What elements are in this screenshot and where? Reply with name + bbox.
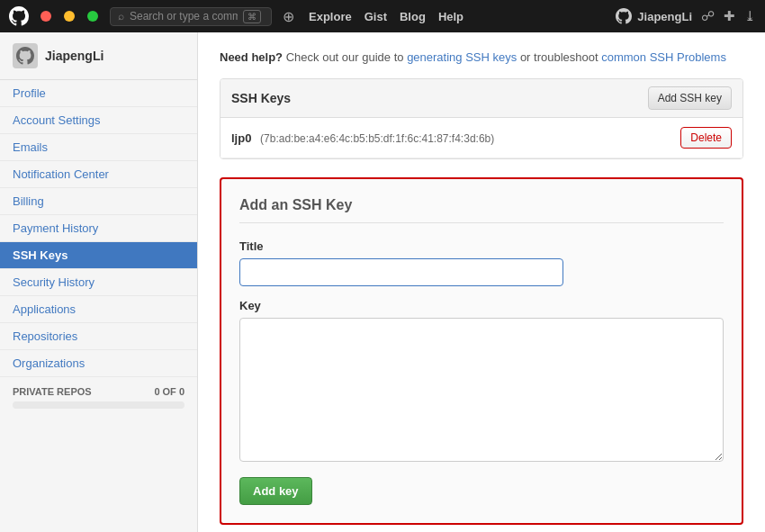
sidebar-username: JiapengLi (45, 49, 104, 63)
nav-user: JiapengLi (616, 8, 692, 24)
nav-right: JiapengLi ☍ ✚ ⤓ (616, 8, 756, 24)
title-label: Title (239, 239, 724, 253)
ssh-key-row: ljp0 (7b:ad:be:a4:e6:4c:b5:b5:df:1f:6c:4… (220, 118, 742, 158)
private-repos-section: PRIVATE REPOS 0 OF 0 (0, 377, 197, 418)
search-input[interactable] (130, 10, 238, 23)
window-maximize-btn[interactable] (87, 11, 98, 22)
sidebar-item-organizations[interactable]: Organizations (0, 350, 197, 377)
key-form-group: Key (239, 299, 724, 464)
sidebar: JiapengLi ProfileAccount SettingsEmailsN… (0, 32, 198, 532)
key-textarea[interactable] (239, 318, 724, 462)
sidebar-item-ssh-keys[interactable]: SSH Keys (0, 242, 197, 269)
common-ssh-problems-link[interactable]: common SSH Problems (601, 50, 726, 64)
private-repos-progress-bar (13, 401, 184, 409)
sidebar-item-repositories[interactable]: Repositories (0, 323, 197, 350)
form-title: Add an SSH Key (239, 197, 724, 223)
content-area: Need help? Check out our guide to genera… (198, 32, 765, 532)
delete-ssh-key-button[interactable]: Delete (680, 127, 732, 149)
avatar (13, 43, 38, 68)
sidebar-item-applications[interactable]: Applications (0, 296, 197, 323)
ssh-keys-section-title: SSH Keys (231, 91, 291, 105)
window-minimize-btn[interactable] (64, 11, 75, 22)
nav-help[interactable]: Help (438, 10, 464, 23)
sidebar-item-security-history[interactable]: Security History (0, 269, 197, 296)
sidebar-item-account-settings[interactable]: Account Settings (0, 107, 197, 134)
generating-ssh-keys-link[interactable]: generating SSH keys (407, 50, 517, 64)
ssh-keys-table: SSH Keys Add SSH key ljp0 (7b:ad:be:a4:e… (220, 78, 743, 159)
main-nav: Explore Gist Blog Help (309, 10, 464, 23)
help-text: Need help? Check out our guide to genera… (220, 50, 743, 64)
sidebar-item-notification-center[interactable]: Notification Center (0, 161, 197, 188)
search-icon: ⌕ (118, 10, 124, 23)
settings-icon[interactable]: ✚ (724, 8, 735, 24)
add-key-button[interactable]: Add key (239, 477, 312, 505)
title-input[interactable] (239, 258, 563, 286)
sidebar-item-billing[interactable]: Billing (0, 188, 197, 215)
ssh-key-hash: (7b:ad:be:a4:e6:4c:b5:b5:df:1f:6c:41:87:… (260, 132, 494, 145)
notifications-icon[interactable]: ☍ (701, 8, 715, 24)
sidebar-user: JiapengLi (0, 32, 197, 80)
sidebar-item-profile[interactable]: Profile (0, 80, 197, 107)
nav-gist[interactable]: Gist (364, 10, 387, 23)
sidebar-item-emails[interactable]: Emails (0, 134, 197, 161)
github-logo-icon (9, 6, 29, 26)
nav-explore[interactable]: Explore (309, 10, 352, 23)
main-layout: JiapengLi ProfileAccount SettingsEmailsN… (0, 32, 765, 532)
ssh-keys-header: SSH Keys Add SSH key (220, 79, 742, 118)
window-close-btn[interactable] (40, 11, 51, 22)
sidebar-nav: ProfileAccount SettingsEmailsNotificatio… (0, 80, 197, 377)
signout-icon[interactable]: ⤓ (744, 8, 756, 24)
ssh-key-name: ljp0 (231, 131, 251, 145)
search-box[interactable]: ⌕ ⌘ (110, 7, 272, 26)
private-repos-label: PRIVATE REPOS 0 OF 0 (13, 386, 184, 397)
ssh-key-info: ljp0 (7b:ad:be:a4:e6:4c:b5:b5:df:1f:6c:4… (231, 131, 494, 145)
add-ssh-key-form: Add an SSH Key Title Key Add key (220, 177, 743, 525)
globe-icon[interactable]: ⊕ (283, 8, 294, 25)
title-form-group: Title (239, 239, 724, 286)
search-cmd-hint: ⌘ (243, 10, 261, 23)
add-ssh-key-button[interactable]: Add SSH key (648, 86, 732, 110)
nav-blog[interactable]: Blog (400, 10, 426, 23)
top-nav: ⌕ ⌘ ⊕ Explore Gist Blog Help JiapengLi ☍… (0, 0, 765, 32)
sidebar-item-payment-history[interactable]: Payment History (0, 215, 197, 242)
key-label: Key (239, 299, 724, 312)
